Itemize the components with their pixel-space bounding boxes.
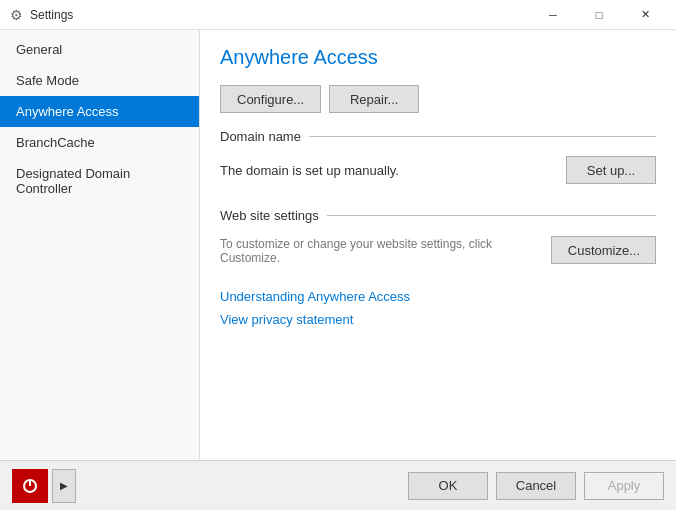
arrow-button[interactable]: ▶ bbox=[52, 469, 76, 503]
bottom-right-controls: OK Cancel Apply bbox=[408, 472, 664, 500]
sidebar-item-anywhere-access[interactable]: Anywhere Access bbox=[0, 96, 199, 127]
setup-button[interactable]: Set up... bbox=[566, 156, 656, 184]
power-icon bbox=[22, 478, 38, 494]
apply-button[interactable]: Apply bbox=[584, 472, 664, 500]
settings-icon: ⚙ bbox=[8, 7, 24, 23]
website-section-header: Web site settings bbox=[220, 208, 656, 223]
page-title: Anywhere Access bbox=[220, 46, 656, 69]
sidebar-item-branchcache[interactable]: BranchCache bbox=[0, 127, 199, 158]
website-section-line bbox=[327, 215, 656, 216]
close-button[interactable]: ✕ bbox=[622, 0, 668, 30]
bottom-left-controls: ▶ bbox=[12, 469, 76, 503]
domain-section-row: The domain is set up manually. Set up... bbox=[220, 152, 656, 192]
sidebar-item-safe-mode[interactable]: Safe Mode bbox=[0, 65, 199, 96]
window-controls: ─ □ ✕ bbox=[530, 0, 668, 30]
domain-description: The domain is set up manually. bbox=[220, 163, 399, 178]
content-area: Anywhere Access Configure... Repair... D… bbox=[200, 30, 676, 460]
website-section-row: To customize or change your website sett… bbox=[220, 231, 656, 273]
top-button-row: Configure... Repair... bbox=[220, 85, 656, 113]
minimize-button[interactable]: ─ bbox=[530, 0, 576, 30]
privacy-link[interactable]: View privacy statement bbox=[220, 312, 656, 327]
website-description: To customize or change your website sett… bbox=[220, 237, 551, 265]
sidebar: General Safe Mode Anywhere Access Branch… bbox=[0, 30, 200, 460]
website-section: Web site settings To customize or change… bbox=[220, 208, 656, 273]
domain-section-label: Domain name bbox=[220, 129, 301, 144]
website-section-label: Web site settings bbox=[220, 208, 319, 223]
domain-section-line bbox=[309, 136, 656, 137]
domain-section: Domain name The domain is set up manuall… bbox=[220, 129, 656, 192]
bottom-bar: ▶ OK Cancel Apply bbox=[0, 460, 676, 510]
configure-button[interactable]: Configure... bbox=[220, 85, 321, 113]
power-button[interactable] bbox=[12, 469, 48, 503]
sidebar-item-general[interactable]: General bbox=[0, 34, 199, 65]
domain-section-header: Domain name bbox=[220, 129, 656, 144]
links-section: Understanding Anywhere Access View priva… bbox=[220, 289, 656, 327]
title-bar: ⚙ Settings ─ □ ✕ bbox=[0, 0, 676, 30]
window-title: Settings bbox=[30, 8, 530, 22]
main-layout: General Safe Mode Anywhere Access Branch… bbox=[0, 30, 676, 460]
sidebar-item-designated-domain-controller[interactable]: Designated Domain Controller bbox=[0, 158, 199, 204]
ok-button[interactable]: OK bbox=[408, 472, 488, 500]
repair-button[interactable]: Repair... bbox=[329, 85, 419, 113]
understanding-link[interactable]: Understanding Anywhere Access bbox=[220, 289, 656, 304]
maximize-button[interactable]: □ bbox=[576, 0, 622, 30]
cancel-button[interactable]: Cancel bbox=[496, 472, 576, 500]
customize-button[interactable]: Customize... bbox=[551, 236, 656, 264]
